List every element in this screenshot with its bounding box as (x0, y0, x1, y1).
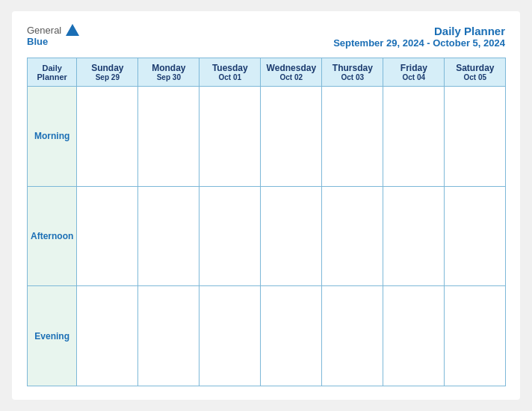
row-morning: Morning (28, 87, 506, 187)
cell-afternoon-friday[interactable] (383, 186, 445, 286)
day-date-monday: Sep 30 (141, 73, 196, 81)
cell-evening-thursday[interactable] (322, 286, 383, 386)
day-date-sunday: Sep 29 (80, 73, 134, 81)
planner-subtitle: September 29, 2024 - October 5, 2024 (333, 37, 505, 49)
cell-morning-wednesday[interactable] (261, 87, 322, 187)
day-name-friday: Friday (386, 63, 441, 73)
cell-evening-sunday[interactable] (77, 286, 138, 386)
day-name-monday: Monday (141, 63, 196, 73)
cell-evening-wednesday[interactable] (261, 286, 322, 386)
logo-blue: Blue (27, 36, 48, 47)
cell-morning-tuesday[interactable] (200, 87, 261, 187)
cell-evening-friday[interactable] (383, 286, 445, 386)
cell-morning-thursday[interactable] (322, 87, 383, 187)
col-header-wednesday: Wednesday Oct 02 (261, 58, 322, 87)
col-header-thursday: Thursday Oct 03 (322, 58, 383, 87)
day-name-saturday: Saturday (448, 63, 502, 73)
header: General Blue Daily Planner September 29,… (27, 25, 505, 49)
logo-general: General (27, 25, 61, 36)
time-label-afternoon: Afternoon (28, 186, 77, 286)
cell-morning-friday[interactable] (383, 87, 445, 187)
day-name-tuesday: Tuesday (202, 63, 257, 73)
day-name-thursday: Thursday (325, 63, 380, 73)
header-row: Daily Planner Sunday Sep 29 Monday Sep 3… (28, 58, 506, 87)
day-date-wednesday: Oct 02 (264, 73, 318, 81)
day-name-wednesday: Wednesday (264, 63, 318, 73)
day-date-saturday: Oct 05 (448, 73, 502, 81)
col-header-sunday: Sunday Sep 29 (77, 58, 138, 87)
day-date-thursday: Oct 03 (325, 73, 380, 81)
col-header-tuesday: Tuesday Oct 01 (200, 58, 261, 87)
row-evening: Evening (28, 286, 506, 386)
day-name-sunday: Sunday (80, 63, 134, 73)
cell-morning-monday[interactable] (138, 87, 200, 187)
col-header-friday: Friday Oct 04 (383, 58, 445, 87)
row-afternoon: Afternoon (28, 186, 506, 286)
cell-evening-monday[interactable] (138, 286, 200, 386)
logo-area: General Blue (27, 25, 79, 47)
col-header-monday: Monday Sep 30 (138, 58, 200, 87)
cell-afternoon-wednesday[interactable] (261, 186, 322, 286)
cell-evening-tuesday[interactable] (200, 286, 261, 386)
logo-triangle-icon (66, 24, 79, 36)
day-date-friday: Oct 04 (386, 73, 441, 81)
corner-line2: Planner (31, 72, 73, 81)
title-area: Daily Planner September 29, 2024 - Octob… (333, 25, 505, 49)
cell-afternoon-tuesday[interactable] (200, 186, 261, 286)
cell-morning-sunday[interactable] (77, 87, 138, 187)
cell-evening-saturday[interactable] (445, 286, 506, 386)
cell-afternoon-thursday[interactable] (322, 186, 383, 286)
calendar-table: Daily Planner Sunday Sep 29 Monday Sep 3… (27, 58, 506, 386)
cell-afternoon-monday[interactable] (138, 186, 200, 286)
time-label-evening: Evening (28, 286, 77, 386)
col-header-saturday: Saturday Oct 05 (445, 58, 506, 87)
page: General Blue Daily Planner September 29,… (12, 11, 520, 400)
cell-afternoon-sunday[interactable] (77, 186, 138, 286)
day-date-tuesday: Oct 01 (202, 73, 257, 81)
time-label-morning: Morning (28, 87, 77, 187)
corner-cell: Daily Planner (28, 58, 77, 87)
planner-title: Daily Planner (333, 25, 505, 37)
cell-morning-saturday[interactable] (445, 87, 506, 187)
corner-line1: Daily (31, 64, 73, 72)
cell-afternoon-saturday[interactable] (445, 186, 506, 286)
